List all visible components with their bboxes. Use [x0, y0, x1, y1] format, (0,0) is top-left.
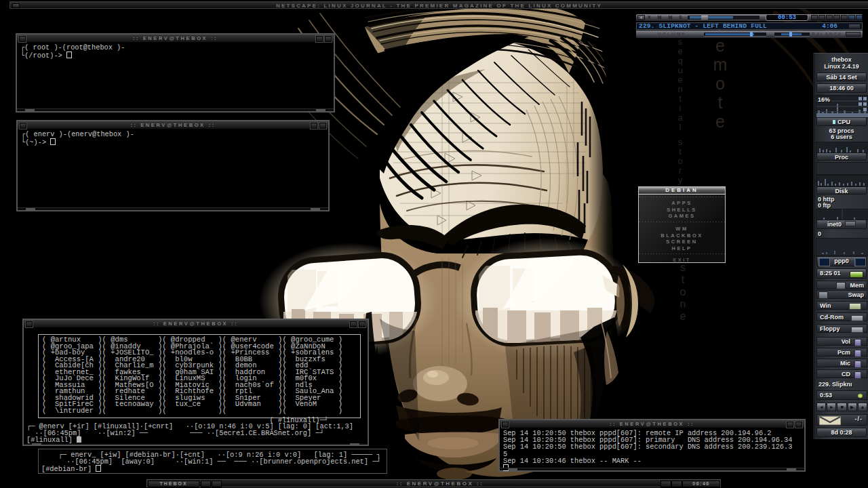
svg-text:e: e: [715, 36, 725, 55]
svg-text:a: a: [677, 113, 683, 123]
svg-text:m: m: [713, 55, 728, 74]
svg-text:o: o: [715, 74, 725, 93]
svg-text:r: r: [679, 165, 682, 176]
svg-text:t: t: [718, 93, 723, 112]
svg-text:e: e: [680, 310, 686, 322]
svg-text:t: t: [679, 146, 682, 157]
svg-text:e: e: [677, 46, 682, 56]
svg-text:t: t: [679, 94, 682, 104]
svg-text:e: e: [715, 112, 725, 131]
svg-text:o: o: [677, 156, 682, 166]
svg-text:t: t: [682, 274, 685, 285]
svg-text:l: l: [679, 122, 682, 132]
svg-text:q: q: [677, 56, 682, 66]
svg-text:i: i: [679, 103, 682, 113]
svg-text:s: s: [678, 37, 683, 47]
svg-text:o: o: [680, 286, 686, 298]
svg-text:s: s: [678, 137, 683, 147]
svg-text:u: u: [677, 65, 682, 75]
svg-text:s: s: [680, 262, 686, 273]
svg-text:e: e: [677, 75, 682, 85]
svg-text:n: n: [680, 298, 686, 310]
svg-text:y: y: [678, 175, 683, 185]
svg-text:n: n: [677, 84, 682, 94]
